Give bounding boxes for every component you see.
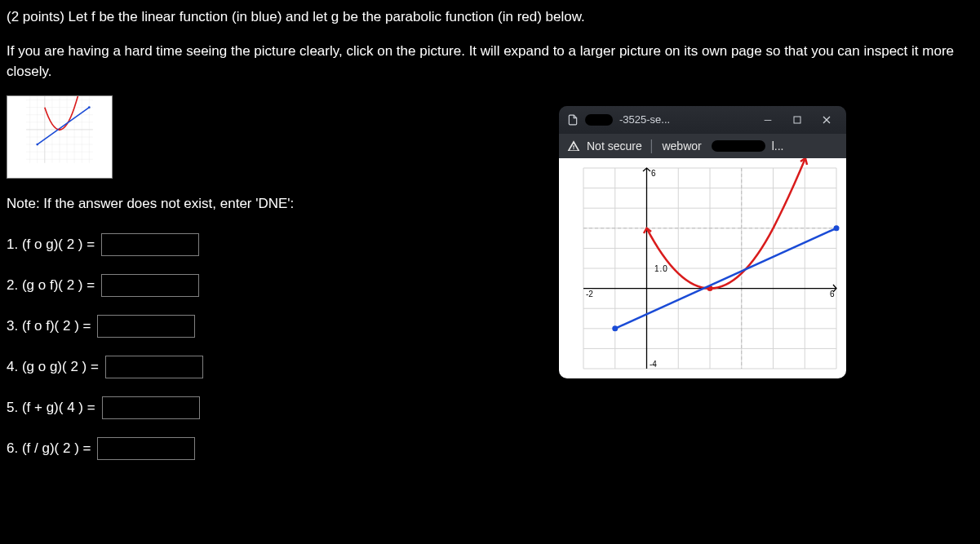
prompt-main: Let f be the linear function (in blue) a…	[69, 9, 585, 24]
answer-input-1[interactable]	[101, 233, 199, 256]
points-text: (2 points)	[7, 9, 64, 24]
svg-point-54	[834, 225, 840, 231]
answer-label: 6. (f / g)( 2 ) =	[7, 438, 91, 459]
answer-label: 2. (g o f)( 2 ) =	[7, 275, 95, 296]
answer-label: 3. (f o f)( 2 ) =	[7, 316, 91, 337]
popup-titlebar[interactable]: -3525-se... ─	[559, 106, 846, 134]
answer-input-6[interactable]	[97, 437, 195, 460]
not-secure-icon	[567, 139, 580, 153]
problem-statement: (2 points) Let f be the linear function …	[7, 7, 973, 28]
svg-line-20	[38, 107, 90, 144]
redacted-icon	[585, 114, 613, 126]
answer-label: 5. (f + g)( 4 ) =	[7, 397, 95, 418]
tick-x-6: 6	[830, 290, 835, 299]
answer-row-6: 6. (f / g)( 2 ) =	[7, 437, 973, 460]
svg-rect-24	[794, 117, 800, 123]
tick-x-neg2: -2	[586, 290, 593, 299]
graph-thumbnail[interactable]	[7, 95, 111, 179]
svg-point-22	[88, 106, 91, 108]
not-secure-text: Not secure	[587, 138, 642, 155]
answer-label: 4. (g o g)( 2 ) =	[7, 356, 99, 378]
close-button[interactable]	[815, 110, 838, 130]
popup-title: -3525-se...	[619, 112, 670, 128]
svg-point-23	[59, 128, 61, 130]
svg-line-52	[615, 228, 836, 329]
redacted-icon	[712, 140, 765, 152]
address-trailing: l...	[772, 138, 784, 155]
answer-input-5[interactable]	[102, 396, 200, 419]
tick-y-neg4: -4	[650, 360, 657, 369]
svg-point-53	[612, 325, 618, 331]
expanded-image-popup: -3525-se... ─ Not secure │ webwor l...	[559, 106, 846, 378]
answer-input-4[interactable]	[105, 356, 203, 378]
address-fragment: webwor	[662, 138, 701, 155]
prompt-help: If you are having a hard time seeing the…	[7, 41, 973, 82]
answer-input-2[interactable]	[101, 274, 199, 297]
svg-point-21	[36, 143, 38, 145]
tick-y-1: 1.0	[654, 264, 668, 273]
maximize-button[interactable]	[786, 110, 809, 130]
expanded-graph[interactable]: -2 6 -4 6 1.0	[559, 158, 846, 378]
minimize-button[interactable]: ─	[756, 110, 779, 130]
answer-input-3[interactable]	[97, 315, 195, 338]
answer-label: 1. (f o g)( 2 ) =	[7, 234, 95, 255]
tick-y-6: 6	[651, 169, 656, 178]
popup-address-bar[interactable]: Not secure │ webwor l...	[559, 134, 846, 158]
answer-row-5: 5. (f + g)( 4 ) =	[7, 396, 973, 419]
page-favicon-icon	[567, 114, 579, 126]
